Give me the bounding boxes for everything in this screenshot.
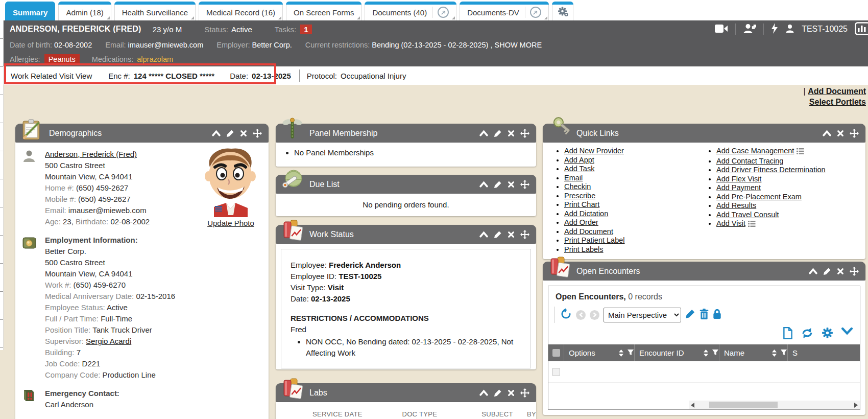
next-page-icon[interactable]: [590, 310, 599, 320]
column-name[interactable]: Name: [719, 344, 787, 361]
sort-icon[interactable]: [618, 350, 624, 357]
collapse-grid-chevron-icon[interactable]: [841, 327, 853, 341]
move-icon[interactable]: [520, 129, 529, 138]
grid-settings-gear-icon[interactable]: [822, 327, 833, 341]
tab-documents[interactable]: Documents (40): [365, 2, 456, 20]
chart-stats-icon[interactable]: [855, 22, 868, 37]
column-options[interactable]: Options: [564, 344, 634, 361]
table-row[interactable]: [548, 361, 860, 383]
patient-name-link[interactable]: Anderson, Frederick (Fred): [45, 150, 137, 158]
move-icon[interactable]: [850, 129, 859, 138]
collapse-icon[interactable]: [479, 389, 488, 396]
collapse-icon[interactable]: [212, 130, 221, 136]
close-icon[interactable]: [508, 389, 515, 397]
move-icon[interactable]: [520, 388, 529, 398]
column-status[interactable]: S: [787, 344, 860, 361]
open-encounters-header[interactable]: Open Encounters: [543, 262, 865, 281]
filter-funnel-icon[interactable]: [627, 348, 634, 357]
collapse-icon[interactable]: [823, 130, 831, 136]
supervisor-link[interactable]: Sergio Acardi: [86, 337, 131, 345]
show-more-link[interactable]: SHOW MORE: [494, 41, 542, 49]
scroll-right-arrow[interactable]: [854, 403, 858, 408]
move-icon[interactable]: [253, 129, 262, 138]
tab-on-screen-forms[interactable]: On Screen Forms: [286, 2, 361, 20]
edit-perspective-icon[interactable]: [685, 309, 695, 321]
add-document-link[interactable]: Add Document: [564, 227, 613, 236]
labs-header[interactable]: Labs: [276, 383, 536, 402]
move-icon[interactable]: [520, 230, 529, 239]
move-icon[interactable]: [850, 267, 859, 276]
add-pre-placement-exam-link[interactable]: Add Pre-Placement Exam: [716, 193, 802, 201]
edit-pencil-icon[interactable]: [494, 230, 502, 239]
close-icon[interactable]: [508, 231, 515, 238]
edit-pencil-icon[interactable]: [494, 389, 502, 397]
prescribe-link[interactable]: Prescribe: [564, 192, 595, 200]
scrollbar-thumb[interactable]: [709, 402, 778, 408]
refresh-icon[interactable]: [801, 327, 813, 341]
edit-pencil-icon[interactable]: [494, 180, 502, 189]
tab-summary[interactable]: Summary: [5, 2, 55, 20]
tab-health-surveillance[interactable]: Health Surveillance: [114, 2, 196, 20]
sort-icon[interactable]: [771, 350, 777, 357]
column-encounter-id[interactable]: Encounter ID: [634, 344, 719, 361]
open-in-new-window-icon[interactable]: [432, 7, 449, 18]
filter-funnel-icon[interactable]: [780, 348, 787, 357]
add-results-link[interactable]: Add Results: [716, 201, 756, 210]
add-task-link[interactable]: Add Task: [564, 165, 594, 173]
select-portlets-link[interactable]: Select Portlets: [809, 98, 866, 106]
add-user-icon[interactable]: [743, 24, 756, 35]
add-document-link[interactable]: Add Document: [808, 87, 866, 96]
new-document-icon[interactable]: [783, 327, 793, 341]
update-photo-link[interactable]: Update Photo: [207, 219, 254, 227]
delete-perspective-icon[interactable]: [700, 309, 709, 321]
add-driver-fitness-link[interactable]: Add Driver Fitness Determination: [716, 166, 826, 174]
add-payment-link[interactable]: Add Payment: [716, 183, 761, 192]
add-case-management-link[interactable]: Add Case Management: [716, 147, 794, 155]
lock-icon[interactable]: [713, 309, 721, 321]
email-link[interactable]: Email: [564, 174, 583, 182]
tab-settings-gear[interactable]: [552, 2, 573, 20]
add-dictation-link[interactable]: Add Dictation: [564, 210, 608, 218]
collapse-icon[interactable]: [479, 181, 488, 188]
tab-medical-record[interactable]: Medical Record (16): [199, 2, 283, 20]
panel-membership-header[interactable]: Panel Membership: [276, 124, 536, 143]
collapse-icon[interactable]: [479, 130, 488, 136]
collapse-icon[interactable]: [809, 268, 817, 274]
lightning-icon[interactable]: [771, 23, 778, 35]
print-patient-label-link[interactable]: Print Patient Label: [564, 236, 625, 244]
move-icon[interactable]: [520, 180, 529, 189]
select-all-checkbox[interactable]: [548, 349, 564, 357]
row-checkbox[interactable]: [552, 368, 560, 376]
tab-documents-dv[interactable]: Documents-DV: [460, 2, 549, 20]
add-order-link[interactable]: Add Order: [564, 218, 598, 226]
print-labels-link[interactable]: Print Labels: [564, 245, 604, 253]
quick-links-header[interactable]: Quick Links: [543, 124, 865, 143]
edit-pencil-icon[interactable]: [823, 267, 831, 275]
add-flex-visit-link[interactable]: Add Flex Visit: [716, 175, 761, 183]
close-icon[interactable]: [508, 130, 515, 137]
print-chart-link[interactable]: Print Chart: [564, 200, 599, 208]
filter-funnel-icon[interactable]: [712, 348, 719, 357]
checkin-link[interactable]: Checkin: [564, 182, 591, 191]
close-icon[interactable]: [240, 130, 247, 137]
tasks-count-badge[interactable]: 1: [300, 25, 311, 34]
add-travel-consult-link[interactable]: Add Travel Consult: [716, 211, 779, 219]
sort-icon[interactable]: [703, 350, 709, 357]
add-appt-link[interactable]: Add Appt: [564, 156, 594, 164]
close-icon[interactable]: [508, 181, 515, 188]
collapse-icon[interactable]: [479, 231, 488, 238]
open-in-new-window-icon[interactable]: [525, 7, 541, 18]
add-visit-link[interactable]: Add Visit: [716, 219, 745, 227]
edit-pencil-icon[interactable]: [226, 129, 234, 137]
reset-icon[interactable]: [560, 308, 572, 322]
video-camera-icon[interactable]: [715, 24, 728, 35]
add-new-provider-link[interactable]: Add New Provider: [564, 147, 624, 155]
allergy-badge[interactable]: Peanuts: [44, 54, 80, 64]
scroll-left-arrow[interactable]: [691, 403, 694, 408]
add-contact-tracing-link[interactable]: Add Contact Tracing: [716, 157, 783, 165]
edit-pencil-icon[interactable]: [494, 129, 502, 137]
due-list-header[interactable]: Due List: [276, 175, 536, 194]
medication-value[interactable]: alprazolam: [137, 55, 173, 63]
work-status-header[interactable]: Work Status: [276, 225, 536, 244]
horizontal-scrollbar[interactable]: [689, 401, 860, 409]
